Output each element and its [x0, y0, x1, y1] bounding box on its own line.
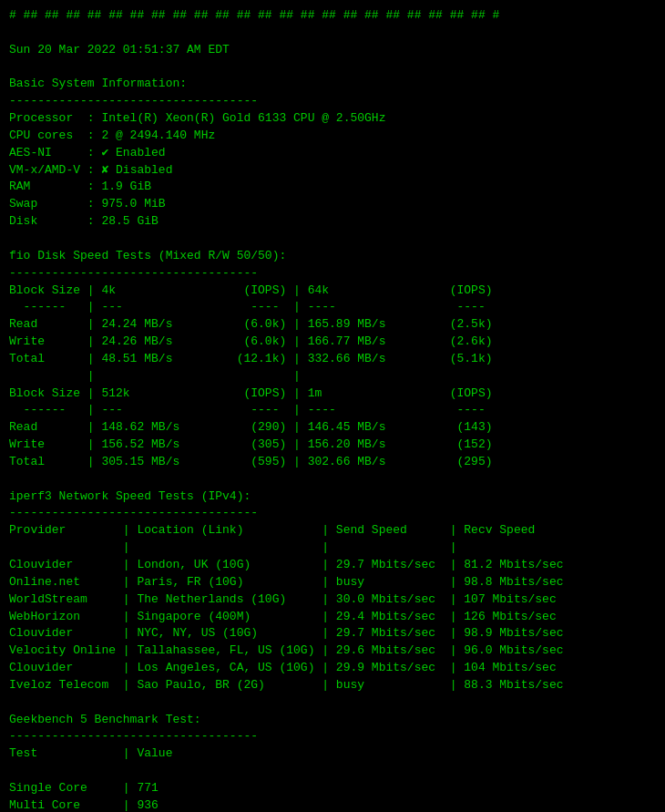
- terminal-output: # ## ## ## ## ## ## ## ## ## ## ## ## ##…: [9, 7, 656, 812]
